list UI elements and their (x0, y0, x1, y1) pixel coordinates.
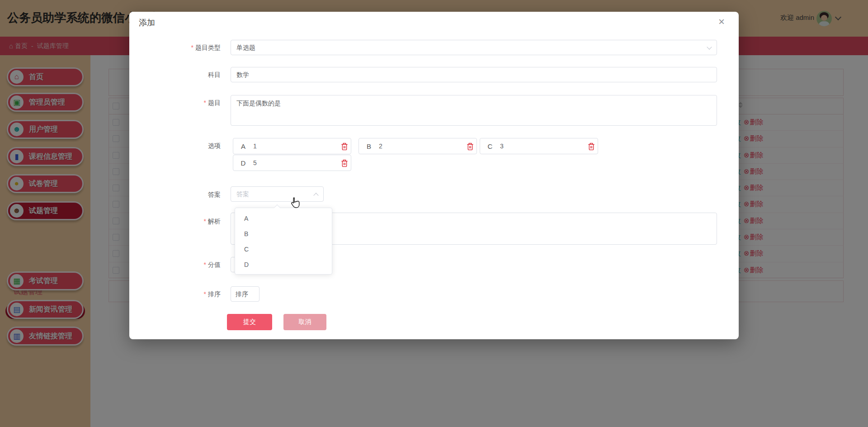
subject-label: 科目 (129, 71, 221, 79)
mouse-cursor-hand-icon (288, 196, 301, 212)
options-label: 选项 (129, 142, 221, 150)
option-value-input[interactable]: 2 (379, 142, 476, 150)
analysis-label: *解析 (129, 218, 221, 226)
chevron-down-icon (707, 44, 712, 49)
option-item-a[interactable]: A 1 (233, 138, 351, 154)
answer-option-b[interactable]: B (235, 226, 332, 242)
answer-option-a[interactable]: A (235, 211, 332, 226)
option-item-b[interactable]: B 2 (359, 138, 477, 154)
chevron-up-icon (313, 193, 318, 198)
answer-dropdown: A B C D (235, 208, 332, 275)
sort-label: *排序 (129, 290, 221, 299)
option-value-input[interactable]: 1 (253, 142, 351, 150)
sort-input[interactable]: 排序 (231, 286, 259, 302)
question-type-value: 单选题 (236, 44, 255, 51)
trash-icon[interactable] (341, 142, 348, 152)
option-item-d[interactable]: D 5 (233, 155, 351, 171)
submit-button[interactable]: 提交 (227, 314, 272, 330)
required-mark: * (204, 290, 206, 298)
score-label: *分值 (129, 261, 221, 269)
answer-option-d[interactable]: D (235, 257, 332, 272)
option-item-c[interactable]: C 3 (480, 138, 598, 154)
question-label: *题目 (129, 99, 221, 107)
option-letter: A (233, 142, 253, 150)
trash-icon[interactable] (588, 142, 595, 152)
trash-icon[interactable] (341, 159, 348, 169)
dropdown-arrow (274, 204, 280, 211)
sort-placeholder: 排序 (236, 290, 248, 298)
subject-input[interactable]: 数学 (231, 67, 717, 82)
close-icon[interactable]: × (718, 16, 725, 27)
answer-select[interactable]: 答案 (231, 186, 324, 202)
required-mark: * (204, 218, 206, 225)
answer-label: 答案 (129, 191, 221, 199)
option-value-input[interactable]: 5 (253, 159, 351, 166)
option-letter: D (233, 159, 253, 167)
add-dialog: 添加 × *题目类型 单选题 科目 数学 *题目 下面是偶数的是 选项 A 1 … (129, 12, 739, 339)
answer-placeholder: 答案 (236, 190, 249, 198)
required-mark: * (204, 99, 206, 106)
cancel-button[interactable]: 取消 (283, 314, 326, 330)
dialog-title: 添加 (139, 17, 155, 28)
required-mark: * (191, 44, 193, 51)
answer-option-c[interactable]: C (235, 242, 332, 257)
option-letter: C (480, 142, 500, 150)
app-root: 公务员助学系统的微信小程序 欢迎 admin ⌂ 首页 - 试题库管理 ⌂ 首页… (0, 0, 868, 427)
question-textarea[interactable]: 下面是偶数的是 (231, 95, 717, 126)
option-value-input[interactable]: 3 (500, 142, 598, 150)
question-type-label: *题目类型 (129, 44, 221, 52)
question-type-select[interactable]: 单选题 (231, 40, 717, 55)
required-mark: * (204, 261, 206, 268)
trash-icon[interactable] (467, 142, 474, 152)
option-letter: B (359, 142, 379, 150)
